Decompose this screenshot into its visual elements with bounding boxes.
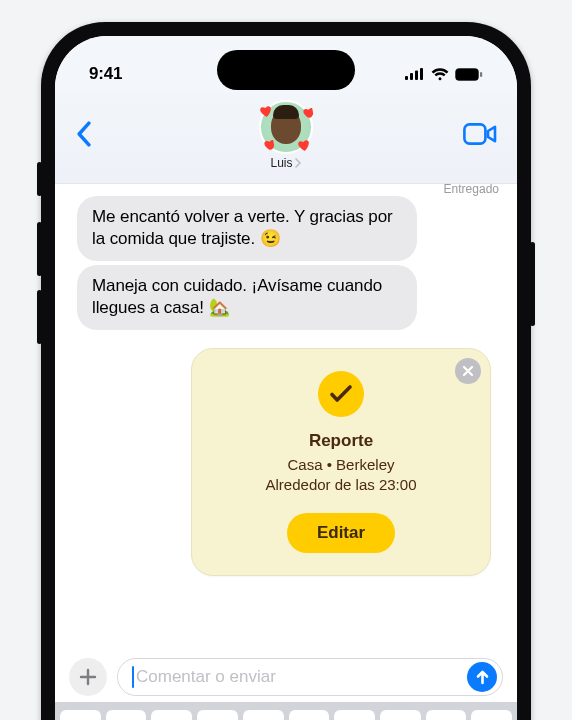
message-thread[interactable]: Entregado Me encantó volver a verte. Y g… bbox=[55, 184, 517, 648]
keyboard: Q W E R T Y U I O P bbox=[55, 702, 517, 720]
message-input[interactable]: Comentar o enviar bbox=[117, 658, 503, 696]
key-r[interactable]: R bbox=[197, 710, 238, 720]
close-icon bbox=[462, 365, 474, 377]
incoming-message[interactable]: Maneja con cuidado. ¡Avísame cuando lleg… bbox=[77, 265, 417, 330]
contact-name-label: Luis bbox=[270, 156, 292, 170]
key-q[interactable]: Q bbox=[60, 710, 101, 720]
key-i[interactable]: I bbox=[380, 710, 421, 720]
svg-rect-5 bbox=[457, 70, 477, 79]
checkin-card: Reporte Casa • Berkeley Alrededor de las… bbox=[191, 348, 491, 576]
checkin-location: Casa • Berkeley bbox=[210, 455, 472, 475]
key-w[interactable]: W bbox=[106, 710, 147, 720]
plus-icon bbox=[78, 667, 98, 687]
svg-rect-6 bbox=[480, 72, 482, 77]
compose-bar: Comentar o enviar bbox=[55, 648, 517, 702]
screen: 9:41 Luis bbox=[55, 36, 517, 720]
incoming-message[interactable]: Me encantó volver a verte. Y gracias por… bbox=[77, 196, 417, 261]
conversation-header: Luis bbox=[55, 94, 517, 184]
side-button bbox=[37, 162, 42, 196]
side-button bbox=[37, 290, 42, 344]
attach-button[interactable] bbox=[69, 658, 107, 696]
status-indicators bbox=[405, 68, 483, 81]
side-button bbox=[530, 242, 535, 326]
svg-rect-1 bbox=[410, 73, 413, 80]
chevron-right-icon bbox=[295, 158, 302, 168]
checkmark-icon bbox=[329, 384, 353, 404]
key-y[interactable]: Y bbox=[289, 710, 330, 720]
key-o[interactable]: O bbox=[426, 710, 467, 720]
key-p[interactable]: P bbox=[471, 710, 512, 720]
checkmark-badge bbox=[318, 371, 364, 417]
facetime-button[interactable] bbox=[463, 123, 497, 149]
status-time: 9:41 bbox=[89, 64, 122, 84]
wifi-icon bbox=[431, 68, 449, 81]
cellular-icon bbox=[405, 68, 425, 80]
message-input-placeholder: Comentar o enviar bbox=[136, 667, 276, 687]
key-t[interactable]: T bbox=[243, 710, 284, 720]
send-button[interactable] bbox=[467, 662, 497, 692]
avatar bbox=[259, 100, 313, 154]
battery-icon bbox=[455, 68, 483, 81]
delivered-status: Entregado bbox=[444, 184, 499, 196]
key-e[interactable]: E bbox=[151, 710, 192, 720]
back-button[interactable] bbox=[75, 121, 92, 151]
edit-button[interactable]: Editar bbox=[287, 513, 395, 553]
contact-name: Luis bbox=[259, 156, 313, 170]
close-button[interactable] bbox=[455, 358, 481, 384]
key-u[interactable]: U bbox=[334, 710, 375, 720]
svg-rect-3 bbox=[420, 68, 423, 80]
contact-chip[interactable]: Luis bbox=[259, 100, 313, 170]
checkin-title: Reporte bbox=[210, 431, 472, 451]
dynamic-island bbox=[217, 50, 355, 90]
phone-frame: 9:41 Luis bbox=[41, 22, 531, 720]
svg-rect-7 bbox=[464, 124, 485, 143]
text-caret bbox=[132, 666, 134, 688]
svg-rect-0 bbox=[405, 76, 408, 80]
side-button bbox=[37, 222, 42, 276]
svg-rect-2 bbox=[415, 71, 418, 81]
checkin-time: Alrededor de las 23:00 bbox=[210, 475, 472, 495]
arrow-up-icon bbox=[475, 669, 490, 685]
